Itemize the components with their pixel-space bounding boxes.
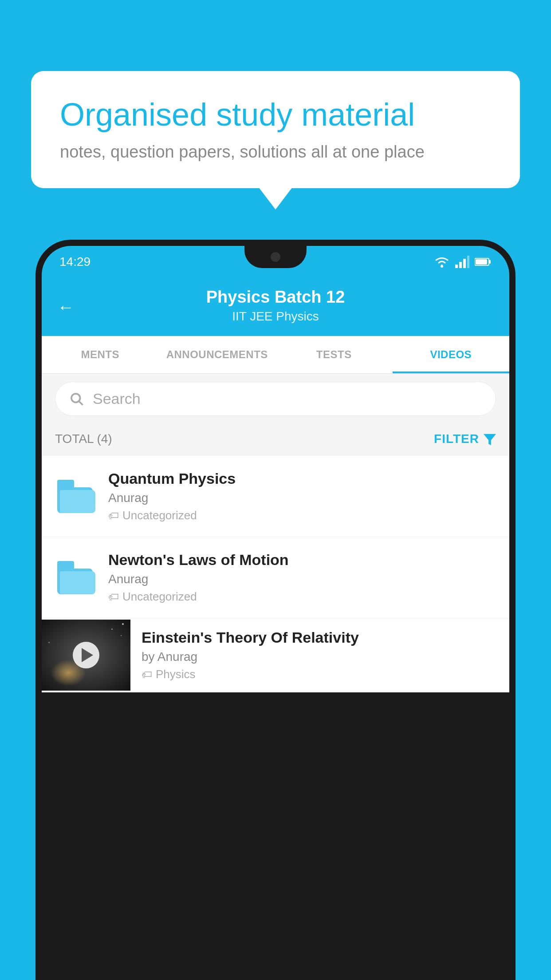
app-header: ← Physics Batch 12 IIT JEE Physics [42, 278, 509, 336]
item-tag: Uncategorized [122, 509, 197, 522]
video-thumbnail [42, 620, 130, 691]
search-input-wrap[interactable]: Search [55, 382, 496, 416]
svg-rect-1 [455, 265, 458, 268]
svg-marker-10 [484, 434, 496, 445]
app-background: Organised study material notes, question… [0, 0, 551, 980]
folder-icon [57, 561, 93, 594]
status-icons [434, 256, 492, 268]
header-title: Physics Batch 12 [59, 288, 492, 307]
svg-point-0 [441, 265, 443, 268]
search-icon [69, 391, 85, 407]
notch [244, 246, 307, 268]
speech-bubble-container: Organised study material notes, question… [31, 71, 520, 188]
filter-button[interactable]: FILTER [434, 432, 496, 446]
status-time: 14:29 [59, 255, 91, 269]
list-item-video[interactable]: Einstein's Theory Of Relativity by Anura… [42, 618, 509, 692]
filter-bar: TOTAL (4) FILTER [42, 424, 509, 456]
tab-videos[interactable]: VIDEOS [393, 336, 510, 373]
play-triangle-icon [82, 648, 93, 662]
folder-icon-wrap [55, 557, 95, 597]
item-tag-row: 🏷 Uncategorized [108, 590, 496, 604]
list-item[interactable]: Quantum Physics Anurag 🏷 Uncategorized [42, 456, 509, 537]
svg-rect-4 [467, 256, 469, 268]
svg-rect-2 [459, 262, 462, 268]
video-info: Einstein's Theory Of Relativity by Anura… [130, 618, 509, 692]
item-tag-row: 🏷 Uncategorized [108, 509, 496, 522]
video-author: by Anurag [142, 650, 498, 664]
item-title: Newton's Laws of Motion [108, 551, 496, 569]
tab-ments[interactable]: MENTS [42, 336, 159, 373]
svg-line-9 [79, 401, 83, 405]
phone-inner: 14:29 [42, 246, 509, 980]
tag-icon: 🏷 [108, 510, 119, 522]
back-button[interactable]: ← [57, 297, 74, 316]
list-item[interactable]: Newton's Laws of Motion Anurag 🏷 Uncateg… [42, 537, 509, 618]
battery-icon [475, 257, 492, 267]
camera-dot [271, 252, 280, 262]
phone-frame: 14:29 [35, 240, 516, 980]
speech-bubble: Organised study material notes, question… [31, 71, 520, 188]
item-info: Newton's Laws of Motion Anurag 🏷 Uncateg… [108, 551, 496, 604]
content-list: Quantum Physics Anurag 🏷 Uncategorized [42, 456, 509, 692]
item-author: Anurag [108, 491, 496, 505]
item-title: Quantum Physics [108, 470, 496, 487]
item-tag: Uncategorized [122, 590, 197, 604]
status-bar: 14:29 [42, 246, 509, 278]
tag-icon: 🏷 [108, 591, 119, 603]
svg-point-8 [71, 394, 80, 403]
filter-icon [484, 433, 496, 445]
header-subtitle: IIT JEE Physics [59, 309, 492, 324]
folder-icon [57, 480, 93, 513]
search-placeholder: Search [93, 390, 141, 407]
item-author: Anurag [108, 572, 496, 586]
play-button[interactable] [73, 642, 99, 668]
item-info: Quantum Physics Anurag 🏷 Uncategorized [108, 470, 496, 522]
bubble-subtitle: notes, question papers, solutions all at… [60, 142, 491, 162]
bubble-title: Organised study material [60, 95, 491, 134]
tag-icon: 🏷 [142, 668, 152, 681]
svg-rect-6 [489, 260, 491, 264]
tabs-bar: MENTS ANNOUNCEMENTS TESTS VIDEOS [42, 336, 509, 374]
signal-icon [455, 256, 469, 268]
svg-rect-7 [476, 259, 487, 265]
total-count: TOTAL (4) [55, 432, 112, 446]
search-bar-container: Search [42, 374, 509, 424]
folder-icon-wrap [55, 476, 95, 516]
tab-tests[interactable]: TESTS [276, 336, 393, 373]
tab-announcements[interactable]: ANNOUNCEMENTS [159, 336, 276, 373]
video-tag-row: 🏷 Physics [142, 668, 498, 681]
svg-rect-3 [463, 259, 466, 268]
video-title: Einstein's Theory Of Relativity [142, 629, 498, 646]
video-tag: Physics [156, 668, 196, 681]
wifi-icon [434, 256, 450, 268]
